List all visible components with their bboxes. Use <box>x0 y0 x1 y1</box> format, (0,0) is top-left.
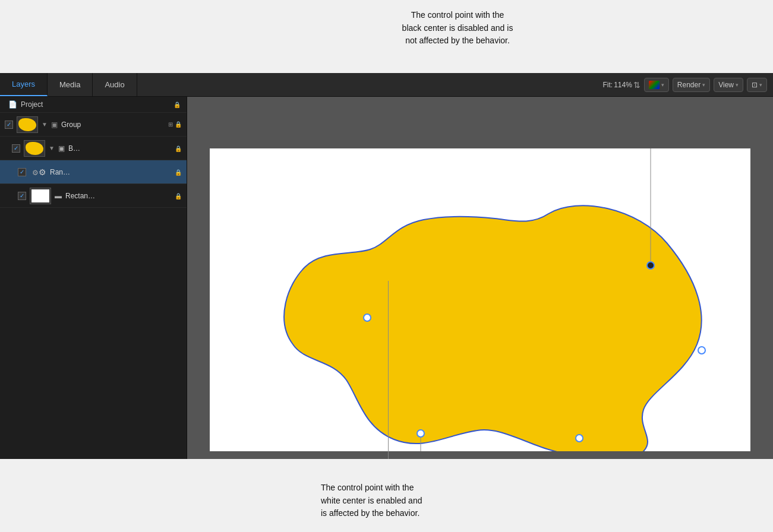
canvas-bg[interactable] <box>210 148 750 451</box>
layer-thumb-rect <box>30 188 51 204</box>
top-annotation-area: The control point with theblack center i… <box>0 0 773 73</box>
layer-row-rectangle[interactable]: Rectan… <box>0 184 187 208</box>
layer-lock-b[interactable] <box>175 144 182 153</box>
project-label: Project <box>8 100 43 109</box>
color-button[interactable]: ▾ <box>644 78 669 92</box>
project-file-icon <box>8 100 17 109</box>
layer-rect-icon <box>55 192 62 200</box>
layer-triangle-b[interactable]: ▼ <box>49 145 55 151</box>
canvas-area <box>187 97 773 496</box>
layer-thumb-group <box>17 116 38 133</box>
window-icon: ⊡ <box>752 81 758 89</box>
top-annotation-label: The control point with theblack center i… <box>402 10 513 45</box>
view-label: View <box>718 81 734 89</box>
tab-group: Layers Media Audio <box>0 73 137 96</box>
layer-checkbox-rect[interactable] <box>18 192 26 200</box>
tab-audio-label: Audio <box>105 80 124 89</box>
project-lock-icon <box>173 100 181 109</box>
bottom-annotation-label: The control point with thewhite center i… <box>321 483 422 518</box>
thumb-yellow-group <box>18 118 36 131</box>
fit-control: Fit: 114% ⇅ <box>602 80 640 90</box>
fit-label: Fit: <box>602 81 613 89</box>
sidebar: Project ▼ Group ⊞ ▼ B… ⚙ Ran… <box>0 97 187 496</box>
ctrl-pt-left <box>364 314 371 321</box>
layer-row-randomize[interactable]: ⚙ Ran… <box>0 160 187 184</box>
layer-name-ran: Ran… <box>50 168 171 176</box>
layer-row-group[interactable]: ▼ Group ⊞ <box>0 113 187 137</box>
bottom-annotation-area: The control point with thewhite center i… <box>0 459 773 532</box>
ctrl-pt-bottom-right <box>576 435 583 442</box>
tab-layers-label: Layers <box>12 80 35 88</box>
color-swatch <box>649 81 660 89</box>
color-chevron: ▾ <box>661 82 664 88</box>
tab-media-label: Media <box>59 80 80 89</box>
ctrl-pt-right <box>698 347 705 354</box>
layer-stack-icon: ⊞ <box>168 121 173 128</box>
layer-checkbox-group[interactable] <box>5 121 13 129</box>
window-chevron: ▾ <box>759 82 762 88</box>
top-bar: Layers Media Audio Fit: 114% ⇅ ▾ Render … <box>0 73 773 97</box>
layer-lock-group[interactable] <box>175 121 182 128</box>
layer-icons-group: ⊞ <box>168 121 182 128</box>
layer-thumb-b <box>24 140 45 157</box>
render-chevron: ▾ <box>702 82 705 88</box>
thumb-yellow-b <box>26 142 43 155</box>
window-button[interactable]: ⊡ ▾ <box>747 78 767 92</box>
top-annotation-text: The control point with theblack center i… <box>330 9 585 48</box>
bottom-annotation-line <box>388 281 389 459</box>
ctrl-pt-bottom <box>417 430 424 437</box>
layer-name-b: B… <box>68 144 171 153</box>
view-chevron: ▾ <box>736 82 739 88</box>
tab-audio[interactable]: Audio <box>93 73 137 96</box>
layer-lock-rect[interactable] <box>175 192 182 200</box>
tab-media[interactable]: Media <box>48 73 93 96</box>
tab-layers[interactable]: Layers <box>0 73 48 96</box>
layer-film-icon <box>58 144 65 153</box>
ctrl-pt-top <box>647 262 654 269</box>
fit-value: 114% <box>614 81 632 89</box>
layer-checkbox-ran[interactable] <box>18 168 26 176</box>
layer-lock-ran[interactable] <box>175 168 182 176</box>
layer-row-behavior[interactable]: ▼ B… <box>0 137 187 160</box>
blob-svg <box>210 148 750 451</box>
bottom-annotation-text: The control point with thewhite center i… <box>321 482 576 520</box>
fit-stepper-icon[interactable]: ⇅ <box>633 80 641 90</box>
render-label: Render <box>677 81 701 89</box>
thumb-white-rect <box>31 189 49 202</box>
layer-name-rect: Rectan… <box>65 192 171 200</box>
view-button[interactable]: View ▾ <box>714 78 743 92</box>
project-name: Project <box>21 100 43 109</box>
top-bar-right: Fit: 114% ⇅ ▾ Render ▾ View ▾ ⊡ ▾ <box>602 78 773 92</box>
layer-folder-icon <box>51 121 58 129</box>
render-button[interactable]: Render ▾ <box>673 78 710 92</box>
layer-name-group: Group <box>61 121 165 129</box>
layer-gear-icon: ⚙ <box>32 167 46 177</box>
layer-checkbox-b[interactable] <box>12 144 20 153</box>
project-row: Project <box>0 97 187 113</box>
layer-triangle-group[interactable]: ▼ <box>42 121 48 128</box>
